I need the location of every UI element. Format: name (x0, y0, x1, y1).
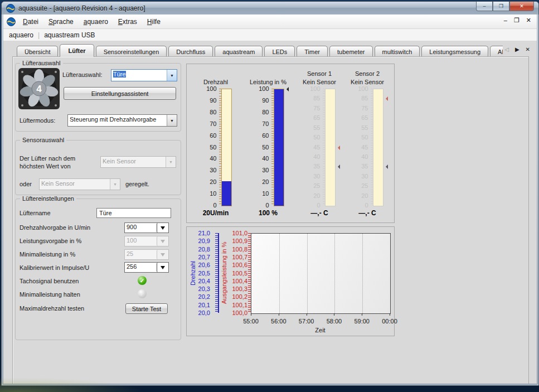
setting-label-0: Lüftername (20, 210, 51, 216)
fan-select-dropdown-icon[interactable]: ▼ (167, 70, 177, 81)
start-test-button[interactable]: Starte Test (125, 303, 168, 314)
tab-leds[interactable]: LEDs (264, 46, 295, 57)
scale-label: 80 (200, 109, 217, 115)
menu-item-datei[interactable]: Datei (18, 16, 43, 27)
mdi-restore-button[interactable]: ❐ (514, 17, 519, 24)
chart-yaxis2-tick: 100,0 (229, 309, 247, 316)
scale-label: 80 (252, 109, 269, 115)
gauge-header: Sensor 1Kein Sensor (294, 66, 345, 86)
chart-yaxis2-tick: 100,7 (229, 254, 247, 260)
spin-2[interactable]: 100 (124, 236, 169, 246)
tab-übersicht[interactable]: Übersicht (17, 46, 58, 57)
spin-down-icon-1[interactable] (157, 223, 168, 233)
chart-yaxis1-tick: 20,9 (197, 238, 210, 244)
spin-value-4[interactable]: 256 (125, 263, 157, 272)
scale-label: 30 (352, 173, 368, 180)
setting-label-2: Leistungsvorgabe in % (20, 238, 81, 244)
spin-3[interactable]: 25 (124, 249, 169, 260)
gauge-header: Drehzahl (191, 66, 240, 86)
spin-down-icon-3 (157, 250, 168, 259)
tab-aquastream[interactable]: aquastream (215, 46, 263, 57)
spin-4[interactable]: 256 (124, 262, 169, 273)
fan-mode-combo[interactable]: Steuerung mit Drehzahlvorgabe ▼ (67, 114, 177, 127)
mdi-tab-aquastream-usb[interactable]: aquastream USB (44, 31, 95, 39)
chart-xtick-mark (279, 313, 279, 316)
chart-yaxis2-tick: 100,3 (229, 285, 247, 292)
mdi-tab-aquaero[interactable]: aquaero (9, 31, 33, 39)
gauge-leistung-in--: Leistung in %1009080706050403020100100 % (241, 64, 295, 222)
scale-label: 85 (304, 95, 321, 101)
fan-select-combo[interactable]: Türe ▼ (111, 69, 177, 81)
tab-scroll-right-icon[interactable]: ▶ (515, 46, 519, 52)
menu-bar: DateiSpracheaquaeroExtrasHilfe – ❐ ✕ (3, 14, 537, 29)
tab-scroll-left-icon[interactable]: ◁ (504, 46, 509, 52)
menu-item-aquaero[interactable]: aquaero (79, 16, 113, 27)
fan-name-input[interactable] (96, 208, 171, 218)
tab-leistungsmessung[interactable]: Leistungsmessung (421, 46, 488, 57)
spin-value-3[interactable]: 25 (125, 250, 157, 259)
scale-label: 45 (352, 144, 368, 151)
window-minimize-button[interactable]: – (476, 2, 493, 11)
chart-yaxis2-tick: 100,2 (229, 293, 247, 300)
group-sensor-selection-label: Sensorauswahl (20, 137, 66, 143)
scale-label: 0 (352, 202, 368, 209)
chart-xtick: 00:00 (378, 318, 401, 325)
fan-combo-label: Lüfterauswahl: (62, 71, 103, 78)
fan-mode-value: Steuerung mit Drehzahlvorgabe (68, 115, 167, 126)
tab-tubemeter[interactable]: tubemeter (329, 46, 373, 57)
tab-durchfluss[interactable]: Durchfluss (168, 46, 213, 57)
fan-mode-dropdown-icon[interactable]: ▼ (167, 115, 177, 126)
scale-label: 50 (352, 134, 368, 141)
settings-wizard-button[interactable]: Einstellungsassistent (64, 87, 176, 100)
menu-item-hilfe[interactable]: Hilfe (142, 16, 166, 27)
chart-gridline (307, 234, 308, 313)
scale-label: 45 (304, 144, 321, 151)
tab-lüfter[interactable]: Lüfter (60, 44, 94, 57)
scale-label: 75 (304, 105, 321, 112)
tab-multiswitch[interactable]: multiswitch (375, 46, 420, 57)
tab-strip: ÜbersichtLüfterSensoreinstellungenDurchf… (17, 44, 503, 57)
scale-label: 50 (200, 144, 217, 151)
scale-label: 60 (252, 132, 269, 139)
spin-value-1[interactable]: 900 (125, 223, 157, 233)
tab-timer[interactable]: Timer (297, 46, 328, 57)
sensor1-combo[interactable]: Kein Sensor ▼ (100, 156, 176, 168)
fan-mode-label: Lüftermodus: (20, 117, 55, 124)
check-icon-6[interactable]: ✓ (138, 289, 147, 298)
gauge-bar (274, 89, 284, 206)
scale-label: 20 (252, 178, 269, 185)
mdi-close-button[interactable]: ✕ (526, 17, 531, 24)
tab-sensoreinstellungen[interactable]: Sensoreinstellungen (96, 46, 167, 57)
sensor2-combo[interactable]: Kein Sensor ▼ (39, 178, 120, 190)
tab-close-icon[interactable]: ✕ (526, 46, 530, 52)
check-icon-5[interactable]: ✓ (138, 276, 147, 285)
spin-value-2[interactable]: 100 (125, 236, 157, 246)
group-fan-settings: Lüftereinstellungen LüfternameDrehzahlvo… (15, 199, 181, 340)
client-area: DateiSpracheaquaeroExtrasHilfe – ❐ ✕ aqu… (3, 14, 537, 384)
tab-alarm---relais[interactable]: Alarm & Relais (490, 46, 503, 57)
gauge-body: 10085756555504540353025200 (294, 89, 345, 205)
chart-yaxis2-ticks-strip (248, 233, 251, 313)
scale-label: 40 (352, 153, 368, 160)
spin-down-icon-4[interactable] (157, 263, 168, 272)
chart-yaxis1-tick: 20,6 (197, 262, 210, 268)
gauge-marker-icon (336, 146, 340, 150)
gauge-fill (222, 181, 231, 206)
or-label: oder (20, 181, 32, 187)
gauge-header: Leistung in % (241, 66, 295, 86)
gauge-marker-icon (336, 164, 340, 169)
spin-1[interactable]: 900 (124, 222, 169, 233)
scale-label: 90 (200, 97, 217, 104)
group-sensor-selection: Sensorauswahl Der Lüfter nach dem höchst… (15, 140, 181, 195)
menu-item-extras[interactable]: Extras (113, 16, 142, 27)
window-close-button[interactable]: ✕ (509, 2, 534, 11)
fan-number: 4 (36, 84, 42, 94)
scale-label: 55 (352, 124, 368, 131)
chart-xtick: 59:00 (351, 318, 373, 325)
window-maximize-button[interactable]: ❐ (493, 2, 509, 11)
gauge-drehzahl: Drehzahl100908070605040302010020U/min (191, 64, 240, 222)
mdi-minimize-button[interactable]: – (504, 17, 507, 24)
sensor-rule-line1: Der Lüfter nach dem (20, 155, 75, 162)
setting-label-7: Maximaldrehzahl testen (20, 305, 84, 312)
menu-item-sprache[interactable]: Sprache (43, 16, 79, 27)
